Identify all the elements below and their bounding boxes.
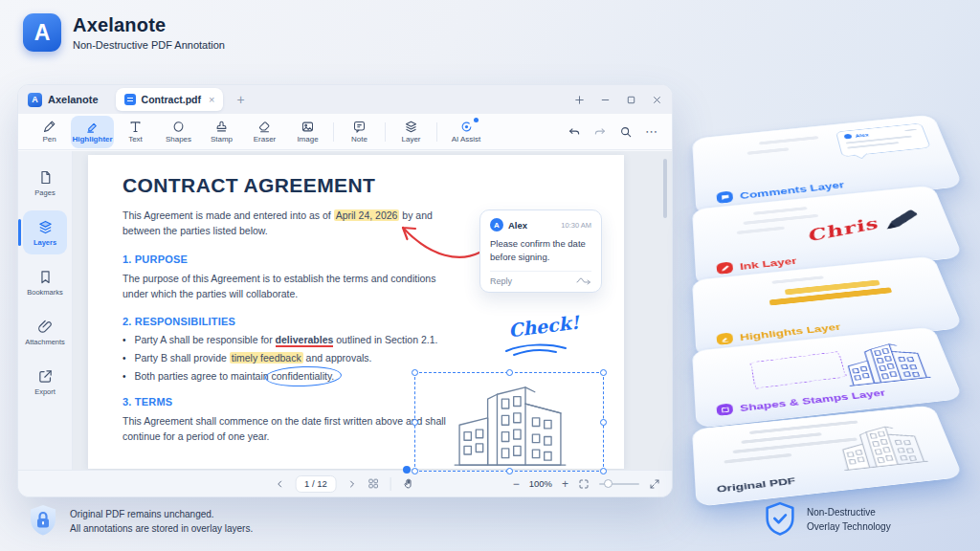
toolbar-separator xyxy=(385,122,386,142)
tool-ai-assist[interactable]: AI Assist xyxy=(441,116,491,148)
shapes-layer-icon xyxy=(716,403,733,415)
reply-button[interactable]: Reply xyxy=(490,276,512,286)
next-page-button[interactable] xyxy=(347,479,357,489)
app-hero: A Axelanote Non-Destructive PDF Annotati… xyxy=(23,13,225,52)
selection-handle[interactable] xyxy=(506,369,513,376)
tool-stamp[interactable]: Stamp xyxy=(200,116,243,148)
zoom-slider-knob[interactable] xyxy=(604,479,612,488)
sidebar-item-pages[interactable]: Pages xyxy=(23,161,67,205)
bookmark-icon xyxy=(37,269,54,285)
sidebar-item-attachments[interactable]: Attachments xyxy=(23,310,67,354)
zoom-slider[interactable] xyxy=(599,483,639,485)
tool-note[interactable]: Note xyxy=(338,116,381,148)
window-drag-icon[interactable] xyxy=(574,95,585,105)
vertical-scrollbar[interactable] xyxy=(663,159,667,218)
layer-icon xyxy=(404,120,418,134)
tech-badge-line-1: Non-Destructive xyxy=(807,505,891,519)
search-icon[interactable] xyxy=(619,125,633,139)
placeholder-line xyxy=(744,214,819,225)
maximize-button[interactable] xyxy=(626,95,636,105)
eraser-icon xyxy=(257,120,272,134)
toolbar: Pen Highlighter Text Shapes Stamp Eraser… xyxy=(18,114,672,150)
placeholder-line xyxy=(759,136,818,144)
new-tab-button[interactable]: + xyxy=(236,92,244,107)
close-button[interactable] xyxy=(652,95,662,105)
zoom-out-button[interactable]: − xyxy=(513,477,520,491)
more-options-button[interactable]: ⋯ xyxy=(645,124,658,139)
pdf-file-icon xyxy=(124,94,136,105)
selection-handle[interactable] xyxy=(412,468,418,474)
prev-page-button[interactable] xyxy=(275,479,284,489)
placeholder-line xyxy=(737,227,785,234)
tab-contract-pdf[interactable]: Contract.pdf × xyxy=(116,88,224,111)
selection-handle[interactable] xyxy=(412,419,418,426)
building-stamp-art xyxy=(837,337,932,388)
terms-body: This Agreement shall commence on the dat… xyxy=(122,413,448,445)
layers-stack-illustration: Alex Comments Layer Chris Ink Layer High… xyxy=(672,88,976,499)
status-bar: 1 / 12 − 100% + xyxy=(18,470,672,496)
toolbar-separator xyxy=(436,122,437,142)
mini-avatar xyxy=(844,134,853,140)
app-tagline: Non-Destructive PDF Annotation xyxy=(73,39,225,51)
sidebar-item-export[interactable]: Export xyxy=(23,360,67,404)
selection-handle[interactable] xyxy=(600,369,607,376)
statusbar-divider xyxy=(390,477,391,491)
zoom-in-button[interactable]: + xyxy=(562,477,568,491)
app-name: Axelanote xyxy=(73,14,225,36)
comment-card[interactable]: A Alex 10:30 AM Please confirm the date … xyxy=(479,209,602,293)
sidebar-item-bookmarks[interactable]: Bookmarks xyxy=(23,260,67,304)
tech-badge: Non-Destructive Overlay Technology xyxy=(764,501,891,538)
tool-eraser[interactable]: Eraser xyxy=(243,116,286,148)
fullscreen-button[interactable] xyxy=(649,478,660,490)
tool-pen[interactable]: Pen xyxy=(28,116,71,148)
circle-annotation-confidentiality[interactable]: confidentiality. xyxy=(272,370,335,382)
selection-handle[interactable] xyxy=(412,369,418,376)
footnote-line-1: Original PDF remains unchanged. xyxy=(70,507,253,521)
tool-text[interactable]: Text xyxy=(114,116,157,148)
layers-icon xyxy=(37,219,54,235)
ink-signature: Chris xyxy=(803,214,881,246)
underline-annotation-deliverables[interactable]: deliverables xyxy=(276,334,334,347)
selection-handle[interactable] xyxy=(506,468,513,474)
comment-text: Please confirm the date before signing. xyxy=(490,237,591,264)
fit-screen-button[interactable] xyxy=(578,478,590,490)
minimize-button[interactable] xyxy=(600,95,611,105)
footnote: Original PDF remains unchanged. All anno… xyxy=(27,503,253,540)
paperclip-icon xyxy=(37,319,54,335)
highlight-annotation-feedback[interactable]: timely feedback xyxy=(230,352,303,364)
note-icon xyxy=(352,120,367,134)
tool-layer[interactable]: Layer xyxy=(390,116,433,148)
app-window: A Axelanote Contract.pdf × + Pen Highlig… xyxy=(17,84,673,497)
red-arrow-annotation[interactable] xyxy=(391,218,483,260)
resolve-icon[interactable] xyxy=(576,276,591,285)
placeholder-line xyxy=(771,276,823,284)
shield-check-icon xyxy=(764,501,796,538)
document-title: CONTRACT AGREEMENT xyxy=(122,174,624,197)
building-sketch-gray xyxy=(832,419,931,473)
selection-handle[interactable] xyxy=(600,419,607,426)
selection-handle[interactable] xyxy=(600,468,607,474)
dashed-shape xyxy=(750,351,847,388)
highlights-layer-icon xyxy=(716,332,733,344)
highlight-annotation-date[interactable]: April 24, 2026 xyxy=(334,209,400,221)
tool-shapes[interactable]: Shapes xyxy=(157,116,200,148)
export-icon xyxy=(37,368,54,385)
placeholder-line xyxy=(753,207,808,215)
undo-button[interactable] xyxy=(568,125,581,139)
tool-image[interactable]: Image xyxy=(286,116,329,148)
hand-pan-tool[interactable] xyxy=(402,477,415,491)
layer-label: Ink Layer xyxy=(739,255,797,272)
tool-highlighter[interactable]: Highlighter xyxy=(71,116,114,148)
redo-button[interactable] xyxy=(593,125,607,139)
ink-layer-icon xyxy=(716,261,733,274)
selection-box[interactable] xyxy=(414,372,604,472)
mini-time-line xyxy=(904,129,917,131)
image-icon xyxy=(301,120,315,134)
page-indicator[interactable]: 1 / 12 xyxy=(295,475,337,493)
comments-layer-icon xyxy=(716,190,733,203)
comment-author: Alex xyxy=(508,220,527,231)
thumbnail-grid-button[interactable] xyxy=(368,477,380,490)
sidebar-item-layers[interactable]: Layers xyxy=(23,210,67,254)
rotate-handle[interactable] xyxy=(403,466,411,474)
tab-close-icon[interactable]: × xyxy=(209,94,214,105)
